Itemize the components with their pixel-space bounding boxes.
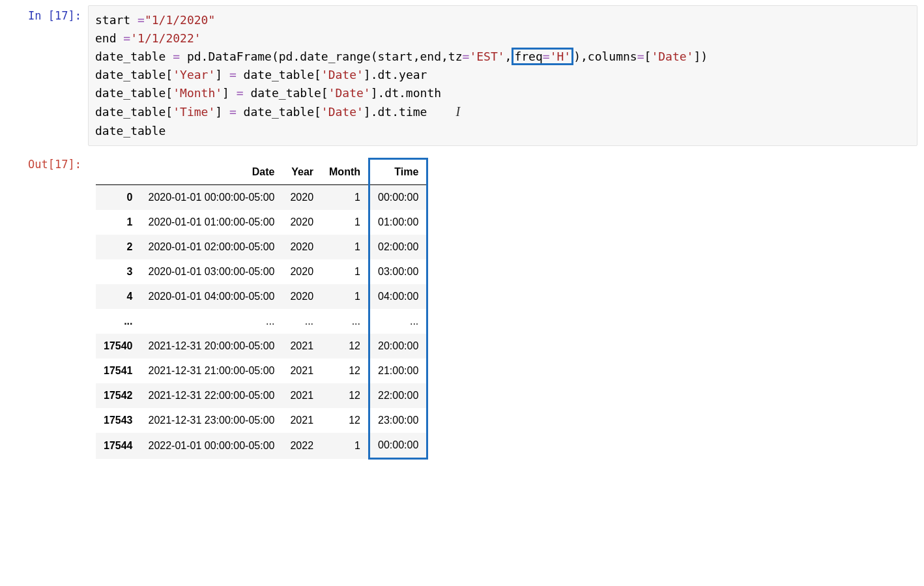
cell-month: 12 [321,359,369,383]
code-token: ].dt.year [364,68,427,81]
code-string: '1/1/2022' [130,31,201,45]
cell-month: 1 [321,433,369,459]
output-cell: Out[17]: Date Year Month Time 02020-01-0… [7,154,917,463]
dataframe-table: Date Year Month Time 02020-01-01 00:00:0… [96,158,428,460]
cell-time: ... [369,309,427,334]
code-token: freq [514,50,542,63]
code-string: 'Date' [321,105,364,119]
row-index: 3 [96,259,141,284]
code-token: pd.DataFrame(pd.date_range(start,end,tz [180,50,462,63]
cell-date: ... [141,309,283,334]
code-string: "1/1/2020" [145,13,215,27]
cell-year: 2020 [282,259,321,284]
cell-month: 1 [321,284,369,309]
code-token: date_table[ [95,68,173,81]
cell-date: 2021-12-31 22:00:00-05:00 [141,383,283,408]
row-index: 4 [96,284,141,309]
code-token: date_table[ [95,86,173,100]
cell-date: 2021-12-31 20:00:00-05:00 [141,334,283,359]
cell-time: 21:00:00 [369,359,427,383]
row-index: ... [96,309,141,334]
code-string: 'Month' [173,86,222,100]
cell-year: 2021 [282,408,321,433]
cell-month: 12 [321,408,369,433]
table-row: 175442022-01-01 00:00:00-05:002022100:00… [96,433,427,459]
code-token: date_table[ [237,105,321,119]
code-token: = [637,50,644,63]
code-string: 'Date' [321,68,364,81]
table-row: 175412021-12-31 21:00:00-05:0020211221:0… [96,359,427,383]
cell-time: 01:00:00 [369,210,427,235]
code-token: = [463,50,470,63]
cell-date: 2020-01-01 01:00:00-05:00 [141,210,283,235]
cell-date: 2020-01-01 03:00:00-05:00 [141,259,283,284]
table-row: 175402021-12-31 20:00:00-05:0020211220:0… [96,334,427,359]
cell-time: 02:00:00 [369,235,427,259]
code-token: ] [215,68,229,81]
cell-time: 00:00:00 [369,433,427,459]
code-token: ] [222,86,237,100]
cell-year: 2020 [282,185,321,211]
code-token: ] [215,105,229,119]
col-header-index [96,159,141,185]
cell-month: 1 [321,210,369,235]
table-row: 22020-01-01 02:00:00-05:002020102:00:00 [96,235,427,259]
cell-time: 03:00:00 [369,259,427,284]
code-token: date_table [95,124,166,138]
cell-year: 2020 [282,284,321,309]
cell-year: 2020 [282,210,321,235]
code-token: = [173,50,180,63]
cell-month: 1 [321,235,369,259]
code-token: [ [644,50,652,63]
cell-year: ... [282,309,321,334]
row-index: 17542 [96,383,141,408]
cell-date: 2020-01-01 00:00:00-05:00 [141,185,283,211]
code-token: date_table[ [237,68,321,81]
code-token: ),columns [573,50,637,63]
row-index: 2 [96,235,141,259]
code-string: 'H' [550,50,571,63]
cell-date: 2021-12-31 23:00:00-05:00 [141,408,283,433]
row-index: 0 [96,185,141,211]
cell-date: 2020-01-01 04:00:00-05:00 [141,284,283,309]
row-index: 17543 [96,408,141,433]
code-string: 'Date' [651,50,693,63]
code-token: ].dt.time [364,105,427,119]
code-editor[interactable]: start ="1/1/2020" end ='1/1/2022' date_t… [88,5,917,146]
col-header-time: Time [369,159,427,185]
col-header-date: Date [141,159,283,185]
table-row: 32020-01-01 03:00:00-05:002020103:00:00 [96,259,427,284]
cell-date: 2022-01-01 00:00:00-05:00 [141,433,283,459]
row-index: 1 [96,210,141,235]
code-token: = [123,31,130,45]
code-token: , [505,50,512,63]
cell-year: 2021 [282,359,321,383]
code-string: 'Date' [328,86,371,100]
code-token: end [95,31,123,45]
table-row: 42020-01-01 04:00:00-05:002020104:00:00 [96,284,427,309]
cell-year: 2022 [282,433,321,459]
cell-month: ... [321,309,369,334]
output-prompt: Out[17]: [7,154,88,171]
freq-highlight: freq='H' [512,48,573,66]
code-token: = [543,50,550,63]
cell-time: 04:00:00 [369,284,427,309]
cell-month: 12 [321,383,369,408]
table-row: 02020-01-01 00:00:00-05:002020100:00:00 [96,185,427,211]
col-header-month: Month [321,159,369,185]
code-token: date_table [95,50,173,63]
code-string: 'EST' [469,50,504,63]
cell-year: 2021 [282,383,321,408]
row-index: 17541 [96,359,141,383]
code-token: date_table[ [244,86,328,100]
row-index: 17544 [96,433,141,459]
cell-month: 12 [321,334,369,359]
code-token: = [229,68,237,81]
text-cursor-icon: I [455,102,460,122]
cell-month: 1 [321,185,369,211]
cell-time: 20:00:00 [369,334,427,359]
input-cell: In [17]: start ="1/1/2020" end ='1/1/202… [7,5,917,146]
code-token: ]) [693,50,708,63]
cell-year: 2020 [282,235,321,259]
code-token: start [95,13,137,27]
